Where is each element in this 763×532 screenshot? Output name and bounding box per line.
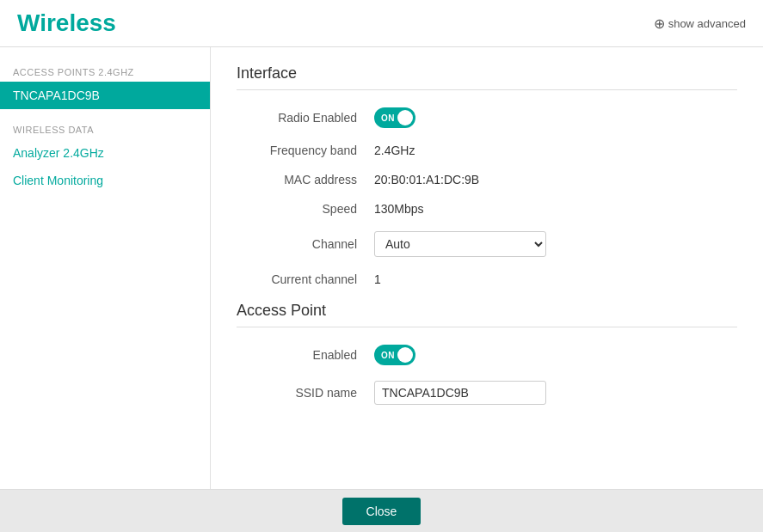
ap-toggle-knob (397, 347, 413, 363)
current-channel-value: 1 (374, 272, 381, 286)
ssid-name-row: SSID name (237, 381, 737, 405)
radio-enabled-toggle-label: ON (381, 113, 395, 123)
content-area: Interface Radio Enabled ON Frequency ban… (211, 47, 763, 489)
channel-row: Channel Auto 1 2 3 4 5 6 7 8 9 10 11 (237, 231, 737, 257)
frequency-band-row: Frequency band 2.4GHz (237, 144, 737, 157)
sidebar-item-label: TNCAPA1DC9B (13, 89, 100, 102)
radio-enabled-label: Radio Enabled (237, 111, 374, 125)
radio-enabled-toggle[interactable]: ON (374, 107, 415, 128)
mac-address-row: MAC address 20:B0:01:A1:DC:9B (237, 173, 737, 187)
close-button[interactable]: Close (342, 498, 421, 525)
speed-value: 130Mbps (374, 202, 424, 216)
plus-icon: ⊕ (654, 15, 665, 32)
toggle-knob (397, 110, 413, 125)
speed-row: Speed 130Mbps (237, 202, 737, 216)
access-point-divider (237, 327, 737, 327)
wireless-data-section-label: WIRELESS DATA (0, 118, 210, 139)
sidebar-item-label: Analyzer 2.4GHz (13, 146, 104, 160)
access-point-section-title: Access Point (237, 302, 737, 320)
mac-address-label: MAC address (237, 173, 374, 187)
footer: Close (0, 489, 763, 532)
ap-enabled-toggle-label: ON (381, 351, 395, 360)
ssid-name-input[interactable] (374, 381, 546, 405)
channel-select[interactable]: Auto 1 2 3 4 5 6 7 8 9 10 11 (374, 231, 546, 257)
ap-enabled-row: Enabled ON (237, 345, 737, 365)
mac-address-value: 20:B0:01:A1:DC:9B (374, 173, 479, 187)
ssid-name-label: SSID name (237, 386, 374, 400)
access-points-section-label: ACCESS POINTS 2.4GHZ (0, 60, 210, 82)
frequency-band-value: 2.4GHz (374, 144, 415, 157)
ap-enabled-toggle[interactable]: ON (374, 345, 415, 365)
frequency-band-label: Frequency band (237, 144, 374, 157)
interface-section-title: Interface (237, 64, 737, 83)
header: Wireless ⊕ show advanced (0, 0, 763, 47)
main-content: ACCESS POINTS 2.4GHZ TNCAPA1DC9B WIRELES… (0, 47, 763, 489)
show-advanced-label: show advanced (668, 17, 746, 30)
channel-label: Channel (237, 237, 374, 251)
page-title: Wireless (17, 9, 116, 37)
sidebar-item-label: Client Monitoring (13, 174, 103, 187)
sidebar-item-tncapa1dc9b[interactable]: TNCAPA1DC9B (0, 82, 210, 109)
sidebar-item-analyzer[interactable]: Analyzer 2.4GHz (0, 139, 210, 167)
radio-enabled-row: Radio Enabled ON (237, 107, 737, 128)
sidebar: ACCESS POINTS 2.4GHZ TNCAPA1DC9B WIRELES… (0, 47, 211, 489)
sidebar-item-client-monitoring[interactable]: Client Monitoring (0, 167, 210, 194)
interface-divider (237, 89, 737, 90)
current-channel-label: Current channel (237, 272, 374, 286)
current-channel-row: Current channel 1 (237, 272, 737, 286)
ap-enabled-label: Enabled (237, 348, 374, 362)
speed-label: Speed (237, 202, 374, 216)
show-advanced-button[interactable]: ⊕ show advanced (654, 15, 746, 32)
